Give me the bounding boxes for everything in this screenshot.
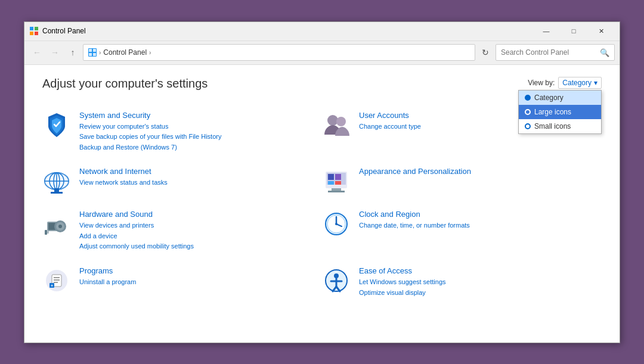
radio-category: [525, 95, 531, 101]
system-security-link-3[interactable]: Backup and Restore (Windows 7): [79, 142, 221, 153]
menu-item-large-icons[interactable]: Large icons: [519, 105, 601, 119]
svg-rect-16: [54, 188, 59, 192]
ease-link-2[interactable]: Optimize visual display: [359, 288, 446, 298]
svg-point-9: [336, 117, 346, 126]
content-header: Adjust your computer's settings View by:…: [42, 77, 602, 91]
hardware-link-1[interactable]: View devices and printers: [79, 220, 194, 231]
appearance-icon: [322, 167, 351, 195]
view-by-menu: Category Large icons Small icons: [518, 90, 602, 134]
svg-rect-24: [332, 188, 341, 191]
category-programs: + Programs Uninstall a program: [42, 260, 322, 306]
window-controls: — □ ✕: [532, 21, 615, 41]
svg-point-30: [58, 225, 62, 228]
clock-text: Clock and Region Change date, time, or n…: [359, 210, 470, 231]
category-ease: Ease of Access Let Windows suggest setti…: [322, 260, 602, 306]
svg-rect-21: [335, 174, 341, 180]
network-title[interactable]: Network and Internet: [79, 167, 168, 176]
svg-rect-2: [30, 32, 33, 35]
svg-rect-40: [54, 277, 60, 278]
user-accounts-link-1[interactable]: Change account type: [359, 122, 421, 132]
view-by-control: View by: Category ▾ Category Large icons: [528, 77, 602, 89]
system-security-text: System and Security Review your computer…: [79, 111, 221, 153]
svg-text:+: +: [51, 284, 53, 288]
svg-rect-20: [328, 174, 334, 180]
user-accounts-text: User Accounts Change account type: [359, 111, 421, 132]
forward-button[interactable]: →: [47, 45, 63, 60]
path-separator: ›: [99, 49, 101, 56]
view-by-value: Category: [562, 79, 592, 87]
svg-rect-0: [30, 27, 33, 30]
menu-item-small-icons[interactable]: Small icons: [519, 119, 601, 133]
system-security-link-2[interactable]: Save backup copies of your files with Fi…: [79, 132, 221, 142]
close-button[interactable]: ✕: [587, 21, 615, 41]
path-icon: [88, 48, 97, 57]
up-button[interactable]: ↑: [65, 45, 80, 60]
view-by-dropdown[interactable]: Category ▾: [558, 77, 602, 89]
system-security-icon: [42, 111, 71, 139]
appearance-title[interactable]: Appearance and Personalization: [359, 167, 471, 176]
programs-icon: +: [42, 266, 71, 295]
user-accounts-icon: [322, 111, 351, 139]
system-security-link-1[interactable]: Review your computer's status: [79, 122, 221, 132]
address-path-bar[interactable]: › Control Panel ›: [83, 44, 475, 61]
main-window: Control Panel — □ ✕ ← → ↑ › Control Pane…: [24, 21, 620, 343]
path-end-chevron: ›: [149, 49, 151, 56]
ease-link-1[interactable]: Let Windows suggest settings: [359, 277, 446, 288]
svg-rect-7: [93, 53, 96, 56]
user-accounts-title[interactable]: User Accounts: [359, 111, 421, 120]
svg-rect-23: [335, 181, 341, 185]
network-icon: [42, 167, 71, 195]
svg-rect-22: [328, 181, 334, 185]
network-text: Network and Internet View network status…: [79, 167, 168, 188]
menu-item-category[interactable]: Category: [519, 91, 601, 105]
network-link-1[interactable]: View network status and tasks: [79, 178, 168, 188]
svg-rect-25: [328, 191, 345, 192]
window-title: Control Panel: [42, 27, 532, 35]
dropdown-arrow-icon: ▾: [594, 79, 597, 87]
app-icon: [29, 26, 39, 36]
radio-small-icons: [525, 123, 531, 129]
search-box[interactable]: 🔍: [496, 44, 615, 61]
view-by-label: View by:: [528, 79, 555, 87]
maximize-button[interactable]: □: [560, 21, 587, 41]
hardware-link-2[interactable]: Add a device: [79, 231, 194, 242]
svg-rect-1: [35, 27, 38, 30]
hardware-text: Hardware and Sound View devices and prin…: [79, 210, 194, 252]
page-title: Adjust your computer's settings: [42, 77, 208, 91]
svg-rect-3: [35, 32, 38, 35]
clock-title[interactable]: Clock and Region: [359, 210, 470, 219]
minimize-button[interactable]: —: [532, 21, 560, 41]
radio-large-icons: [525, 109, 531, 115]
programs-link-1[interactable]: Uninstall a program: [79, 277, 136, 288]
clock-icon: [322, 210, 351, 238]
category-system-security: System and Security Review your computer…: [42, 105, 322, 161]
hardware-icon: [42, 210, 71, 238]
svg-rect-6: [89, 53, 92, 56]
svg-rect-5: [93, 49, 96, 52]
menu-item-category-label: Category: [534, 94, 564, 102]
title-bar: Control Panel — □ ✕: [24, 22, 620, 41]
svg-rect-32: [47, 231, 49, 234]
search-input[interactable]: [501, 48, 600, 57]
svg-rect-4: [89, 49, 92, 52]
svg-rect-17: [51, 192, 63, 194]
svg-rect-41: [54, 279, 60, 281]
content-area: Adjust your computer's settings View by:…: [24, 65, 620, 343]
path-label: Control Panel: [103, 48, 147, 57]
category-clock: Clock and Region Change date, time, or n…: [322, 204, 602, 260]
menu-item-small-icons-label: Small icons: [534, 122, 571, 130]
hardware-title[interactable]: Hardware and Sound: [79, 210, 194, 219]
clock-link-1[interactable]: Change date, time, or number formats: [359, 220, 470, 231]
programs-text: Programs Uninstall a program: [79, 266, 136, 288]
svg-rect-42: [54, 282, 58, 283]
category-hardware: Hardware and Sound View devices and prin…: [42, 204, 322, 260]
appearance-text: Appearance and Personalization: [359, 167, 471, 178]
programs-title[interactable]: Programs: [79, 266, 136, 275]
refresh-button[interactable]: ↻: [478, 45, 493, 60]
category-network: Network and Internet View network status…: [42, 161, 322, 204]
categories-grid: System and Security Review your computer…: [42, 105, 602, 307]
ease-title[interactable]: Ease of Access: [359, 266, 446, 275]
back-button[interactable]: ←: [29, 45, 45, 60]
hardware-link-3[interactable]: Adjust commonly used mobility settings: [79, 241, 194, 252]
system-security-title[interactable]: System and Security: [79, 111, 221, 120]
